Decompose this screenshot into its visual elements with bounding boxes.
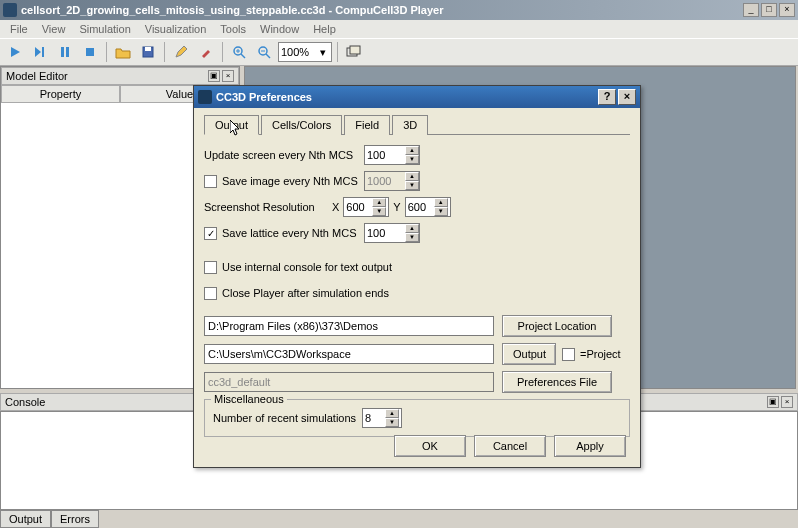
- update-screen-input[interactable]: [365, 146, 405, 164]
- stop-button[interactable]: [79, 41, 101, 63]
- eq-project-checkbox[interactable]: [562, 348, 575, 361]
- update-screen-spinner[interactable]: ▲▼: [364, 145, 420, 165]
- save-image-label: Save image every Nth MCS: [222, 175, 358, 187]
- save-lattice-label: Save lattice every Nth MCS: [222, 227, 357, 239]
- maximize-button[interactable]: □: [761, 3, 777, 17]
- screenshot-y-label: Y: [393, 201, 400, 213]
- recent-spinner[interactable]: ▲▼: [362, 408, 402, 428]
- save-image-spinner: ▲▼: [364, 171, 420, 191]
- tab-cells-colors[interactable]: Cells/Colors: [261, 115, 342, 135]
- update-screen-label: Update screen every Nth MCS: [204, 149, 364, 161]
- svg-rect-5: [86, 48, 94, 56]
- apply-button[interactable]: Apply: [554, 435, 626, 457]
- tab-errors[interactable]: Errors: [51, 510, 99, 528]
- menu-tools[interactable]: Tools: [214, 21, 252, 37]
- spin-up-icon[interactable]: ▲: [405, 146, 419, 155]
- output-button[interactable]: Output: [502, 343, 556, 365]
- open-button[interactable]: [112, 41, 134, 63]
- zoom-out-button[interactable]: [253, 41, 275, 63]
- pencil-button[interactable]: [195, 41, 217, 63]
- tab-field[interactable]: Field: [344, 115, 390, 135]
- recent-input[interactable]: [363, 409, 385, 427]
- play-button[interactable]: [4, 41, 26, 63]
- svg-rect-2: [42, 47, 44, 57]
- prefs-file-input: [204, 372, 494, 392]
- svg-marker-0: [11, 47, 20, 57]
- undock-button[interactable]: ▣: [208, 70, 220, 82]
- svg-marker-1: [35, 47, 41, 57]
- save-button[interactable]: [137, 41, 159, 63]
- project-location-input[interactable]: [204, 316, 494, 336]
- svg-rect-7: [145, 47, 151, 51]
- zoom-in-button[interactable]: [228, 41, 250, 63]
- svg-line-13: [266, 54, 270, 58]
- svg-line-9: [241, 54, 245, 58]
- screenshot-x-input[interactable]: [344, 198, 372, 216]
- menu-view[interactable]: View: [36, 21, 72, 37]
- tab-3d[interactable]: 3D: [392, 115, 428, 135]
- chevron-down-icon[interactable]: ▾: [317, 46, 329, 59]
- tab-output-prefs[interactable]: Output: [204, 115, 259, 135]
- window-title: cellsort_2D_growing_cells_mitosis_using_…: [21, 4, 743, 16]
- col-property[interactable]: Property: [1, 85, 120, 103]
- console-undock-button[interactable]: ▣: [767, 396, 779, 408]
- main-titlebar: cellsort_2D_growing_cells_mitosis_using_…: [0, 0, 798, 20]
- spin-down-icon[interactable]: ▼: [405, 155, 419, 164]
- prefs-file-button[interactable]: Preferences File: [502, 371, 612, 393]
- save-image-input: [365, 172, 405, 190]
- menu-file[interactable]: File: [4, 21, 34, 37]
- window-button[interactable]: [343, 41, 365, 63]
- dialog-tabs: Output Cells/Colors Field 3D: [204, 114, 630, 135]
- save-lattice-input[interactable]: [365, 224, 405, 242]
- screenshot-y-spinner[interactable]: ▲▼: [405, 197, 451, 217]
- menu-window[interactable]: Window: [254, 21, 305, 37]
- screenshot-label: Screenshot Resolution: [204, 201, 328, 213]
- misc-legend: Miscellaneous: [211, 393, 287, 405]
- edit-button[interactable]: [170, 41, 192, 63]
- preferences-dialog: CC3D Preferences ? × Output Cells/Colors…: [193, 85, 641, 468]
- dialog-icon: [198, 90, 212, 104]
- menubar: File View Simulation Visualization Tools…: [0, 20, 798, 38]
- recent-label: Number of recent simulations: [213, 412, 356, 424]
- cancel-button[interactable]: Cancel: [474, 435, 546, 457]
- internal-console-checkbox[interactable]: [204, 261, 217, 274]
- close-button[interactable]: ×: [779, 3, 795, 17]
- tab-output[interactable]: Output: [0, 510, 51, 528]
- save-lattice-checkbox[interactable]: ✓: [204, 227, 217, 240]
- menu-visualization[interactable]: Visualization: [139, 21, 213, 37]
- dialog-title: CC3D Preferences: [216, 91, 596, 103]
- misc-group: Miscellaneous Number of recent simulatio…: [204, 399, 630, 437]
- output-path-input[interactable]: [204, 344, 494, 364]
- toolbar: ▾: [0, 38, 798, 66]
- menu-help[interactable]: Help: [307, 21, 342, 37]
- svg-rect-16: [350, 46, 360, 54]
- svg-rect-3: [61, 47, 64, 57]
- minimize-button[interactable]: _: [743, 3, 759, 17]
- project-location-button[interactable]: Project Location: [502, 315, 612, 337]
- ok-button[interactable]: OK: [394, 435, 466, 457]
- save-lattice-spinner[interactable]: ▲▼: [364, 223, 420, 243]
- close-pane-button[interactable]: ×: [222, 70, 234, 82]
- console-close-button[interactable]: ×: [781, 396, 793, 408]
- internal-console-label: Use internal console for text output: [222, 261, 392, 273]
- screenshot-y-input[interactable]: [406, 198, 434, 216]
- model-editor-title: Model Editor: [6, 70, 206, 82]
- zoom-select[interactable]: ▾: [278, 42, 332, 62]
- screenshot-x-spinner[interactable]: ▲▼: [343, 197, 389, 217]
- dialog-titlebar[interactable]: CC3D Preferences ? ×: [194, 86, 640, 108]
- zoom-value[interactable]: [281, 46, 317, 58]
- step-button[interactable]: [29, 41, 51, 63]
- close-player-checkbox[interactable]: [204, 287, 217, 300]
- app-icon: [3, 3, 17, 17]
- save-image-checkbox[interactable]: [204, 175, 217, 188]
- svg-rect-4: [66, 47, 69, 57]
- pause-button[interactable]: [54, 41, 76, 63]
- menu-simulation[interactable]: Simulation: [73, 21, 136, 37]
- close-player-label: Close Player after simulation ends: [222, 287, 389, 299]
- screenshot-x-label: X: [332, 201, 339, 213]
- eq-project-label: =Project: [580, 348, 621, 360]
- dialog-close-button[interactable]: ×: [618, 89, 636, 105]
- dialog-help-button[interactable]: ?: [598, 89, 616, 105]
